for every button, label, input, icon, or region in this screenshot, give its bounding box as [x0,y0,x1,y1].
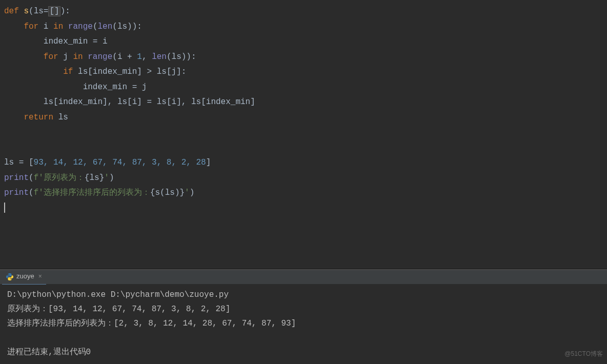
run-tool-window: zuoye × D:\python\python.exe D:\pycharm\… [0,269,607,364]
console-output[interactable]: D:\python\python.exe D:\pycharm\demo\zuo… [0,285,607,364]
code-content[interactable]: def s(ls=[]): for i in range(len(ls)): i… [4,4,607,216]
function-name: s [24,7,29,16]
python-icon [6,273,13,280]
console-text: D:\python\python.exe D:\pycharm\demo\zuo… [7,288,600,359]
console-line-3: 选择排序法排序后的列表为：[2, 3, 8, 12, 14, 28, 67, 7… [7,319,296,328]
close-icon[interactable]: × [38,271,42,282]
run-tab-label: zuoye [16,270,34,282]
run-tab-bar: zuoye × [0,270,607,285]
watermark-text: @51CTO博客 [564,347,603,361]
keyword-def: def [4,7,19,16]
console-line-5: 进程已结束,退出代码0 [7,348,91,357]
editor-cursor [4,203,5,213]
run-tab-zuoye[interactable]: zuoye × [2,269,46,285]
code-editor[interactable]: def s(ls=[]): for i in range(len(ls)): i… [0,0,607,269]
console-line-2: 原列表为：[93, 14, 12, 67, 74, 87, 3, 8, 2, 2… [7,305,230,314]
console-line-1: D:\python\python.exe D:\pycharm\demo\zuo… [7,290,229,299]
